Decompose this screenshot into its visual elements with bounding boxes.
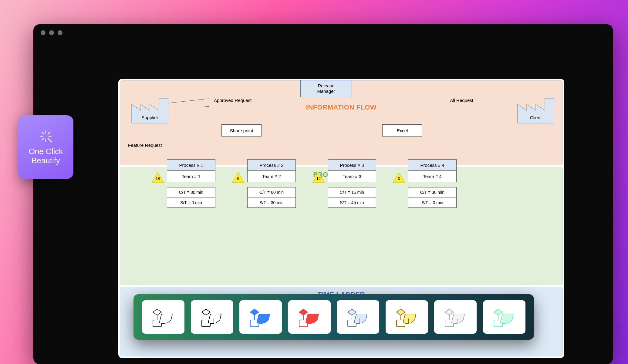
wait-triangle-1: 18 <box>151 172 164 183</box>
process-2-name: Process # 2 <box>247 159 296 171</box>
svg-line-20 <box>42 138 44 140</box>
process-1[interactable]: Process # 1 Team # 1 C/T = 30 min S/T = … <box>167 159 215 208</box>
theme-toolbar <box>133 294 534 340</box>
wait-4-value: 0 <box>392 176 406 181</box>
window-max-dot[interactable] <box>58 30 62 35</box>
process-2[interactable]: Process # 2 Team # 2 C/T = 60 min S/T = … <box>247 159 296 208</box>
process-4-team: Team # 4 <box>408 171 457 182</box>
theme-gray[interactable] <box>434 300 477 334</box>
approved-request-label: Approved Request <box>214 98 252 103</box>
process-3[interactable]: Process # 3 Team # 3 C/T = 15 min S/T = … <box>328 159 376 208</box>
theme-light-blue[interactable] <box>337 300 379 334</box>
all-request-label: All Request <box>450 98 473 103</box>
feature-request-label: Feature Request <box>128 143 162 148</box>
theme-yellow[interactable] <box>386 300 428 334</box>
process-1-ct: C/T = 30 min <box>167 187 215 197</box>
process-4-st: S/T = 0 min <box>408 197 457 208</box>
excel-node[interactable]: Excel <box>382 124 422 136</box>
sparkle-icon <box>39 129 53 143</box>
release-manager-label: Release Manager <box>317 83 335 94</box>
svg-marker-6 <box>203 92 209 112</box>
supplier-node[interactable]: Supplier <box>130 97 169 124</box>
process-4-name: Process # 4 <box>408 159 457 171</box>
svg-line-4 <box>168 89 209 103</box>
wait-triangle-2: 6 <box>231 172 245 183</box>
wait-triangle-4: 0 <box>392 172 406 183</box>
svg-line-17 <box>42 132 44 134</box>
process-1-team: Team # 1 <box>167 171 215 182</box>
wait-triangle-3: 12 <box>312 172 325 183</box>
one-click-beautify-card[interactable]: One Click Beautify <box>18 115 73 179</box>
process-2-team: Team # 2 <box>247 171 296 182</box>
client-node[interactable]: Client <box>516 97 555 124</box>
section-title-info: INFORMATION FLOW <box>306 103 376 111</box>
window-min-dot[interactable] <box>49 30 54 35</box>
sharepoint-node[interactable]: Share point <box>221 124 262 136</box>
window-close-dot[interactable] <box>41 30 46 35</box>
client-label: Client <box>516 115 555 120</box>
process-1-name: Process # 1 <box>167 159 215 171</box>
theme-red[interactable] <box>288 300 331 334</box>
process-1-st: S/T = 0 min <box>167 197 215 208</box>
svg-line-18 <box>48 138 52 142</box>
process-4[interactable]: Process # 4 Team # 4 C/T = 30 min S/T = … <box>408 159 457 208</box>
process-3-st: S/T = 45 min <box>328 197 376 208</box>
wait-1-value: 18 <box>151 176 164 181</box>
beautify-label: One Click Beautify <box>29 147 63 165</box>
theme-default-white[interactable] <box>142 300 184 334</box>
process-3-ct: C/T = 15 min <box>328 187 376 197</box>
process-2-ct: C/T = 60 min <box>247 187 296 197</box>
release-manager-node[interactable]: Release Manager <box>300 80 352 97</box>
window-titlebar <box>33 24 613 41</box>
theme-green[interactable] <box>483 300 525 334</box>
process-3-team: Team # 3 <box>328 171 376 182</box>
supplier-label: Supplier <box>130 115 169 120</box>
svg-line-19 <box>48 132 50 134</box>
wait-2-value: 6 <box>231 176 245 181</box>
theme-blue[interactable] <box>239 300 282 334</box>
process-3-name: Process # 3 <box>328 159 376 171</box>
process-2-st: S/T = 30 min <box>247 197 296 208</box>
wait-3-value: 12 <box>312 176 325 181</box>
theme-bold-outline[interactable] <box>191 300 233 334</box>
process-4-ct: C/T = 30 min <box>408 187 457 197</box>
